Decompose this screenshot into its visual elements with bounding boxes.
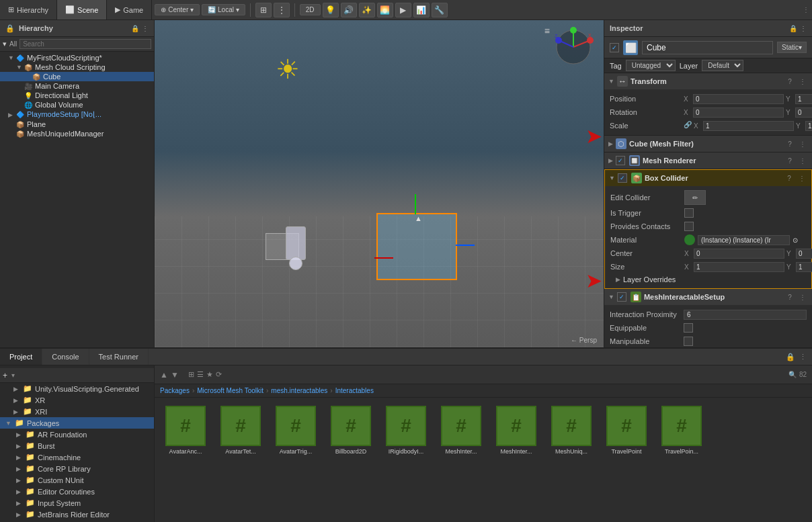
asset-item-meshuniq[interactable]: # MeshUniq...	[546, 403, 597, 517]
sidebar-arrow-btn[interactable]: ▾	[11, 372, 15, 379]
gizmos-btn[interactable]: 🔧	[432, 3, 448, 17]
mesh-renderer-menu-btn[interactable]: ⋮	[797, 157, 808, 165]
provides-contacts-checkbox[interactable]	[684, 222, 694, 231]
asset-item-avataranc[interactable]: # AvatarAnc...	[160, 403, 211, 517]
ps-item-vsgen[interactable]: ▶ 📁 Unity.VisualScripting.Generated	[0, 383, 154, 394]
anim-btn[interactable]: ▶	[395, 3, 411, 17]
ps-item-editorcoroutines[interactable]: ▶ 📁 Editor Coroutines	[0, 486, 154, 497]
bottom-menu-btn[interactable]: ⋮	[799, 353, 807, 361]
menu-dots[interactable]: ⋮	[803, 6, 809, 13]
position-y-input[interactable]	[795, 94, 812, 104]
project-refresh-btn[interactable]: ⟳	[216, 370, 222, 379]
mesh-renderer-help-btn[interactable]: ?	[784, 157, 795, 165]
bc-interactables[interactable]: Interactables	[335, 387, 374, 394]
asset-item-meshinter2[interactable]: # MeshInter...	[491, 403, 542, 517]
h-item-myfirstcloud[interactable]: ▼ 🔷 MyFirstCloudScripting*	[0, 53, 154, 62]
project-fav-btn[interactable]: ★	[206, 370, 213, 379]
material-picker-btn[interactable]: ⊙	[793, 236, 798, 244]
h-item-dirlight[interactable]: ▶ 💡 Directional Light	[0, 91, 154, 100]
tag-dropdown[interactable]: Untagged	[626, 60, 676, 71]
h-item-globalvol[interactable]: ▶ 🌐 Global Volume	[0, 100, 154, 110]
static-button[interactable]: Static ▾	[777, 42, 807, 53]
material-input[interactable]	[698, 235, 790, 245]
stat-btn[interactable]: 📊	[413, 3, 430, 17]
transform-menu-btn[interactable]: ⋮	[797, 78, 808, 85]
size-y-input[interactable]	[796, 262, 812, 272]
mesh-renderer-header[interactable]: ▶ 🔲 Mesh Renderer ? ⋮	[604, 153, 812, 169]
size-x-input[interactable]	[694, 262, 784, 272]
box-collider-header[interactable]: ▼ 📦 Box Collider ? ⋮	[605, 170, 811, 186]
h-item-meshcloud[interactable]: ▼ 📦 Mesh Cloud Scripting	[0, 62, 154, 72]
h-item-plane[interactable]: ▶ 📦 Plane	[0, 120, 154, 129]
tab-project[interactable]: Project	[0, 349, 42, 365]
ps-item-xr[interactable]: ▶ 📁 XR	[0, 394, 154, 406]
is-trigger-checkbox[interactable]	[684, 208, 694, 218]
center-x-input[interactable]	[694, 249, 784, 259]
audio-btn[interactable]: 🔊	[341, 3, 357, 17]
box-collider-menu-btn[interactable]: ⋮	[797, 175, 807, 182]
mesh-interactable-header[interactable]: ▼ 📋 MeshInteractableSetup ? ⋮	[604, 289, 812, 305]
asset-item-irigidbody[interactable]: # IRigidbodyI...	[380, 403, 432, 517]
asset-item-travelpoint1[interactable]: # TravelPoint	[601, 403, 652, 517]
center-btn[interactable]: ⊕ Center ▾	[155, 4, 200, 15]
hierarchy-menu-btn[interactable]: ⋮	[142, 25, 149, 32]
scale-x-input[interactable]	[703, 121, 794, 131]
bc-packages[interactable]: Packages	[160, 387, 190, 394]
edit-collider-btn[interactable]: ✏	[684, 190, 706, 205]
mesh-filter-header[interactable]: ▶ ⬡ Cube (Mesh Filter) ? ⋮	[604, 136, 812, 152]
box-collider-enabled[interactable]	[618, 173, 627, 183]
rotation-x-input[interactable]	[693, 107, 784, 118]
box-collider-help-btn[interactable]: ?	[784, 175, 795, 182]
asset-item-travelpoint2[interactable]: # TravelPoin...	[656, 403, 707, 517]
sidebar-add-btn[interactable]: +	[3, 371, 7, 380]
ps-item-corerp[interactable]: ▶ 📁 Core RP Library	[0, 463, 154, 474]
interaction-proximity-input[interactable]	[684, 310, 807, 320]
asset-item-meshinter1[interactable]: # MeshInter...	[436, 403, 487, 517]
equippable-checkbox[interactable]	[684, 323, 693, 333]
ps-item-xri[interactable]: ▶ 📁 XRI	[0, 406, 154, 417]
ps-item-jetrider[interactable]: ▶ 📁 JetBrains Rider Editor	[0, 509, 154, 520]
snap-btn[interactable]: ⋮	[274, 3, 290, 17]
ps-item-cinemachine[interactable]: ▶ 📁 Cinemachine	[0, 451, 154, 463]
inspector-menu-btn[interactable]: ⋮	[800, 25, 807, 32]
sky-btn[interactable]: 🌅	[377, 3, 393, 17]
mesh-filter-help-btn[interactable]: ?	[784, 140, 795, 148]
transform-header[interactable]: ▼ ↔ Transform ? ⋮	[604, 73, 812, 89]
hierarchy-lock-btn[interactable]: 🔒	[131, 25, 139, 32]
hamburger-menu[interactable]: ≡	[544, 26, 550, 36]
scale-y-input[interactable]	[805, 121, 812, 131]
object-enabled-checkbox[interactable]	[610, 43, 619, 52]
mi-help-btn[interactable]: ?	[784, 294, 795, 301]
inspector-lock-btn[interactable]: 🔒	[789, 25, 797, 32]
mesh-interactable-enabled[interactable]	[617, 292, 626, 302]
tab-hierarchy[interactable]: ⊞ Hierarchy	[0, 0, 57, 19]
layer-dropdown[interactable]: Default	[702, 60, 743, 71]
layer-overrides-row[interactable]: ▶ Layer Overrides	[610, 273, 806, 286]
h-item-cube[interactable]: ▶ 📦 Cube	[0, 72, 154, 81]
bc-mstoolkit[interactable]: Microsoft Mesh Toolkit	[197, 387, 263, 394]
grid-btn[interactable]: ⊞	[255, 3, 272, 17]
mesh-filter-menu-btn[interactable]: ⋮	[797, 140, 808, 148]
bc-meshinteractables[interactable]: mesh.interactables	[271, 387, 327, 394]
mesh-renderer-enabled[interactable]	[616, 156, 625, 165]
fx-btn[interactable]: ✨	[359, 3, 375, 17]
2d-btn[interactable]: 2D	[300, 4, 321, 15]
ps-item-inputsystem[interactable]: ▶ 📁 Input System	[0, 497, 154, 509]
manipulable-checkbox[interactable]	[684, 337, 693, 346]
rotation-y-input[interactable]	[795, 107, 812, 118]
ps-item-customnunit[interactable]: ▶ 📁 Custom NUnit	[0, 474, 154, 486]
object-name-field[interactable]	[642, 41, 773, 54]
position-x-input[interactable]	[693, 94, 784, 104]
scroll-down-btn[interactable]: ▼	[171, 370, 179, 380]
center-y-input[interactable]	[796, 249, 812, 259]
tab-scene[interactable]: ⬜ Scene	[57, 0, 107, 19]
asset-item-billboard[interactable]: # Billboard2D	[325, 403, 376, 517]
tab-console[interactable]: Console	[42, 349, 89, 365]
light-btn[interactable]: 💡	[323, 3, 339, 17]
h-item-maincamera[interactable]: ▶ 🎥 Main Camera	[0, 81, 154, 91]
h-item-meshunique[interactable]: ▶ 📦 MeshUniqueIdManager	[0, 129, 154, 138]
transform-help-btn[interactable]: ?	[784, 78, 795, 85]
tab-game[interactable]: ▶ Game	[107, 0, 152, 19]
hierarchy-search-input[interactable]	[19, 39, 151, 49]
ps-item-arfoundation[interactable]: ▶ 📁 AR Foundation	[0, 429, 154, 440]
